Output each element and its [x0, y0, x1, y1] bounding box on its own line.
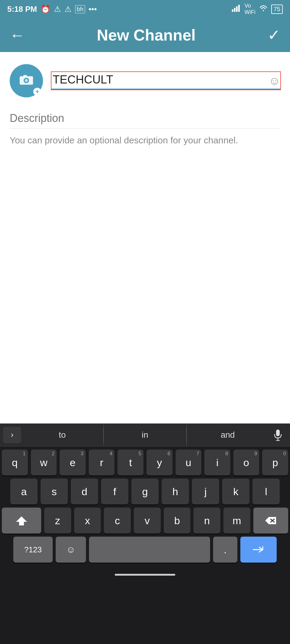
shift-key[interactable]	[2, 508, 41, 534]
status-time: 5:18 PM	[7, 5, 37, 14]
key-l[interactable]: l	[252, 479, 280, 505]
key-g[interactable]: g	[131, 479, 159, 505]
key-w[interactable]: 2w	[31, 449, 57, 476]
description-hint: You can provide an optional description …	[10, 133, 280, 147]
key-d[interactable]: d	[71, 479, 98, 505]
suggestions-expand-button[interactable]: ›	[3, 427, 21, 443]
main-content: + ☺ You can provide an optional descript…	[0, 52, 290, 147]
svg-point-6	[25, 79, 28, 82]
svg-rect-1	[234, 8, 236, 12]
key-p[interactable]: 0p	[262, 449, 288, 476]
description-input[interactable]	[10, 110, 280, 129]
key-t[interactable]: 5t	[117, 449, 143, 476]
key-v[interactable]: v	[134, 508, 161, 534]
suggestions-words: to in and	[21, 423, 269, 446]
key-j[interactable]: j	[192, 479, 219, 505]
key-c[interactable]: c	[104, 508, 131, 534]
key-x[interactable]: x	[74, 508, 101, 534]
svg-marker-11	[16, 516, 27, 525]
suggestions-bar: › to in and	[0, 423, 290, 446]
svg-rect-0	[232, 9, 233, 12]
key-u[interactable]: 7u	[176, 449, 202, 476]
suggestion-to[interactable]: to	[21, 423, 103, 446]
alert-icon-1: ⚠	[54, 5, 61, 14]
key-i[interactable]: 8i	[204, 449, 230, 476]
alarm-icon: ⏰	[41, 5, 50, 14]
vo-wifi-label: VoWiFi	[245, 3, 255, 15]
emoji-keyboard-key[interactable]: ☺	[56, 537, 86, 563]
svg-rect-8	[276, 430, 280, 436]
suggestion-and[interactable]: and	[186, 423, 269, 446]
svg-rect-2	[236, 6, 238, 12]
key-s[interactable]: s	[41, 479, 68, 505]
key-e[interactable]: 3e	[60, 449, 86, 476]
key-n[interactable]: n	[193, 508, 220, 534]
key-b[interactable]: b	[164, 508, 191, 534]
key-k[interactable]: k	[222, 479, 249, 505]
signal-icon	[232, 5, 242, 14]
key-f[interactable]: f	[101, 479, 128, 505]
wifi-icon	[259, 5, 268, 14]
key-m[interactable]: m	[223, 508, 250, 534]
status-right: VoWiFi 75	[232, 3, 283, 15]
key-rows: 1q 2w 3e 4r 5t 6y 7u 8i 9o 0p a s d f g …	[0, 446, 290, 567]
avatar-upload-button[interactable]: +	[10, 64, 43, 97]
channel-name-input[interactable]	[51, 72, 280, 90]
badge-icon: bh	[75, 5, 85, 13]
svg-rect-7	[23, 75, 27, 77]
add-photo-badge: +	[33, 88, 41, 96]
home-bar	[115, 574, 175, 576]
status-left: 5:18 PM ⏰ ⚠ ⚠ bh •••	[7, 5, 97, 14]
battery-icon: 75	[271, 5, 283, 14]
enter-key[interactable]	[240, 537, 277, 563]
key-h[interactable]: h	[162, 479, 189, 505]
keyboard: › to in and 1q 2w 3e 4r 5t 6y	[0, 423, 290, 644]
page-title: New Channel	[97, 26, 196, 44]
camera-icon	[18, 73, 34, 89]
svg-rect-3	[238, 5, 240, 12]
channel-name-input-wrapper: ☺	[51, 72, 280, 90]
back-button[interactable]: ←	[10, 26, 25, 44]
key-row-3: z x c v b n m	[2, 508, 288, 534]
key-q[interactable]: 1q	[2, 449, 28, 476]
more-icon: •••	[89, 5, 97, 14]
status-bar: 5:18 PM ⏰ ⚠ ⚠ bh ••• VoWiFi 75	[0, 0, 290, 18]
key-row-1: 1q 2w 3e 4r 5t 6y 7u 8i 9o 0p	[2, 449, 288, 476]
key-y[interactable]: 6y	[147, 449, 173, 476]
period-key[interactable]: .	[213, 537, 237, 563]
key-a[interactable]: a	[10, 479, 38, 505]
key-o[interactable]: 9o	[233, 449, 259, 476]
suggestion-in[interactable]: in	[104, 423, 186, 446]
space-key[interactable]	[89, 537, 210, 563]
delete-key[interactable]	[253, 508, 288, 534]
expand-icon: ›	[11, 430, 14, 440]
key-row-2: a s d f g h j k l	[2, 479, 288, 505]
emoji-button[interactable]: ☺	[269, 74, 280, 87]
numbers-key[interactable]: ?123	[13, 537, 53, 563]
alert-icon-2: ⚠	[64, 5, 71, 14]
description-section: You can provide an optional description …	[10, 110, 280, 147]
mic-button[interactable]	[269, 429, 287, 441]
home-indicator	[0, 567, 290, 582]
channel-name-row: + ☺	[10, 64, 280, 97]
key-z[interactable]: z	[44, 508, 71, 534]
key-r[interactable]: 4r	[89, 449, 115, 476]
key-row-4: ?123 ☺ .	[2, 537, 288, 563]
app-bar: ← New Channel ✓	[0, 18, 290, 52]
confirm-button[interactable]: ✓	[268, 26, 280, 44]
